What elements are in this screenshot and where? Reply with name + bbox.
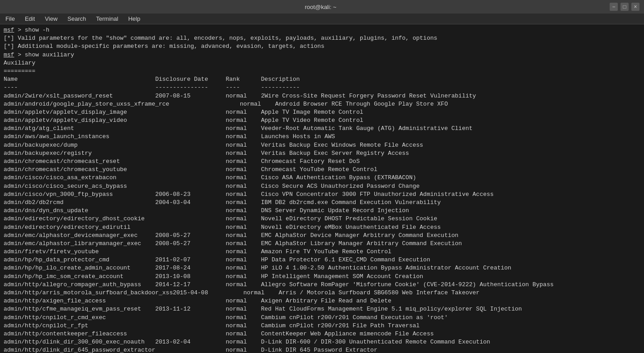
table-row: admin/cisco/cisco_asa_extrabacon normal … xyxy=(4,174,640,182)
window-title: root@kali: ~ xyxy=(32,4,610,10)
terminal-line: msf > show auxiliary xyxy=(4,51,640,59)
table-separator: ---- --------------- ---- ----------- xyxy=(4,84,640,92)
table-row: admin/edirectory/edirectory_edirutil nor… xyxy=(4,223,640,232)
title-bar: root@kali: ~ − □ × xyxy=(0,0,644,14)
menu-bar: FileEditViewSearchTerminalHelp xyxy=(0,14,644,24)
table-row: admin/cisco/vpn_3000_ftp_bypass 2006-08-… xyxy=(4,190,640,199)
menu-item-view[interactable]: View xyxy=(42,14,60,23)
terminal-content[interactable]: msf > show -h[*] Valid parameters for th… xyxy=(0,24,644,353)
table-row: admin/emc/alphastor_librarymanager_exec … xyxy=(4,240,640,248)
table-row: admin/http/allegro_rompager_auth_bypass … xyxy=(4,281,640,289)
table-row: admin/hp/hp_data_protector_cmd 2011-02-0… xyxy=(4,256,640,264)
info-line: [*] Valid parameters for the "show" comm… xyxy=(4,34,640,42)
menu-item-help[interactable]: Help xyxy=(126,14,143,23)
table-header: Name Disclosure Date Rank Description xyxy=(4,75,640,84)
terminal-window: root@kali: ~ − □ × FileEditViewSearchTer… xyxy=(0,0,644,353)
table-row: admin/http/cfme_manageiq_evm_pass_reset … xyxy=(4,305,640,313)
window-controls: − □ × xyxy=(610,3,639,11)
table-row: admin/backupexec/dump normal Veritas Bac… xyxy=(4,141,640,149)
table-row: admin/atg/atg_client normal Veeder-Root … xyxy=(4,125,640,133)
table-row: admin/db2/db2rcmd 2004-03-04 normal IBM … xyxy=(4,199,640,207)
table-row: admin/hp/hp_imc_som_create_account 2013-… xyxy=(4,273,640,281)
command-text: > show -h xyxy=(14,27,49,33)
table-row: admin/hp/hp_ilo_create_admin_account 201… xyxy=(4,264,640,272)
table-row: admin/chromecast/chromecast_reset normal… xyxy=(4,158,640,166)
minimize-button[interactable]: − xyxy=(610,3,618,11)
table-row: admin/cisco/cisco_secure_acs_bypass norm… xyxy=(4,182,640,190)
menu-item-edit[interactable]: Edit xyxy=(22,14,38,23)
table-row: admin/http/dlink_dir_645_password_extrac… xyxy=(4,346,640,353)
info-line: [*] Additional module-specific parameter… xyxy=(4,42,640,51)
table-row: admin/http/arris_motorola_surfboard_back… xyxy=(4,289,640,297)
terminal-line: Auxiliary xyxy=(4,59,640,67)
menu-item-terminal[interactable]: Terminal xyxy=(94,14,121,23)
terminal-line: ========= xyxy=(4,67,640,75)
table-row: admin/http/cnpilot_r_cmd_exec normal Cam… xyxy=(4,314,640,322)
prompt: msf xyxy=(4,27,14,33)
table-row: admin/aws/aws_launch_instances normal La… xyxy=(4,133,640,141)
menu-item-search[interactable]: Search xyxy=(65,14,89,23)
table-row: admin/android/google_play_store_uxss_xfr… xyxy=(4,100,640,108)
maximize-button[interactable]: □ xyxy=(620,3,629,11)
table-row: admin/backupexec/registry normal Veritas… xyxy=(4,149,640,158)
menu-item-file[interactable]: File xyxy=(3,14,18,23)
table-row: admin/http/contentkeeper_fileaccess norm… xyxy=(4,330,640,338)
prompt: msf xyxy=(4,51,14,58)
table-row: admin/http/dlink_dir_300_600_exec_noauth… xyxy=(4,338,640,346)
close-button[interactable]: × xyxy=(631,3,639,11)
table-row: admin/firetv/firetv_youtube normal Amazo… xyxy=(4,248,640,256)
table-row: admin/edirectory/edirectory_dhost_cookie… xyxy=(4,215,640,223)
table-row: admin/chromecast/chromecast_youtube norm… xyxy=(4,166,640,174)
table-row: admin/appletv/appletv_display_image norm… xyxy=(4,108,640,116)
table-row: admin/emc/alphastor_devicemanager_exec 2… xyxy=(4,232,640,240)
table-row: admin/http/cnpilot_r_fpt normal Cambium … xyxy=(4,322,640,330)
table-row: admin/http/axigen_file_access normal Axi… xyxy=(4,297,640,305)
table-row: admin/appletv/appletv_display_video norm… xyxy=(4,116,640,125)
terminal-line: msf > show -h xyxy=(4,26,640,34)
table-row: admin/2wire/xslt_password_reset 2007-08-… xyxy=(4,92,640,100)
command-text: > show auxiliary xyxy=(14,51,74,58)
table-row: admin/dns/dyn_dns_update normal DNS Serv… xyxy=(4,207,640,215)
